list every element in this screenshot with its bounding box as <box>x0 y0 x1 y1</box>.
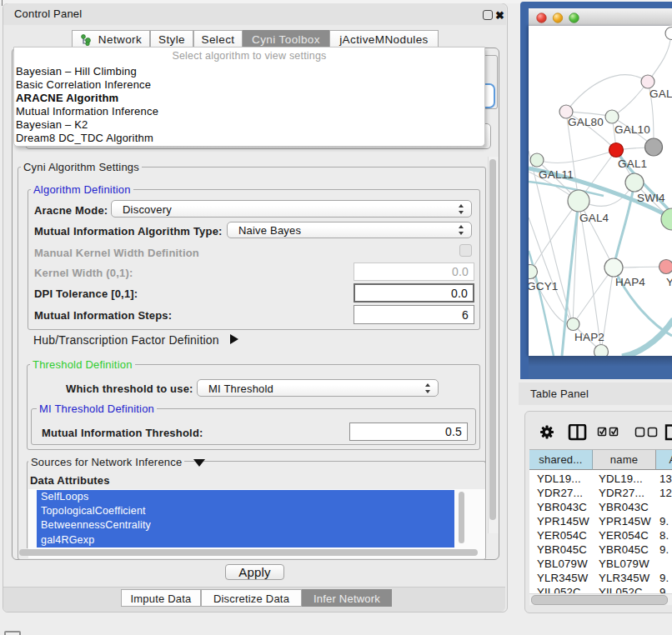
svg-text:GAL11: GAL11 <box>539 168 574 181</box>
svg-text:Y: Y <box>666 276 672 288</box>
svg-text:HAP2: HAP2 <box>574 331 604 343</box>
svg-text:GCY1: GCY1 <box>529 280 559 292</box>
svg-text:GAL4: GAL4 <box>579 212 609 224</box>
svg-text:GAL1: GAL1 <box>618 158 647 170</box>
svg-text:GAL10: GAL10 <box>614 123 650 136</box>
svg-text:GAL80: GAL80 <box>568 116 604 128</box>
svg-text:GAL2: GAL2 <box>649 88 672 100</box>
svg-text:HAP4: HAP4 <box>615 276 645 288</box>
svg-text:SWI4: SWI4 <box>637 192 665 204</box>
